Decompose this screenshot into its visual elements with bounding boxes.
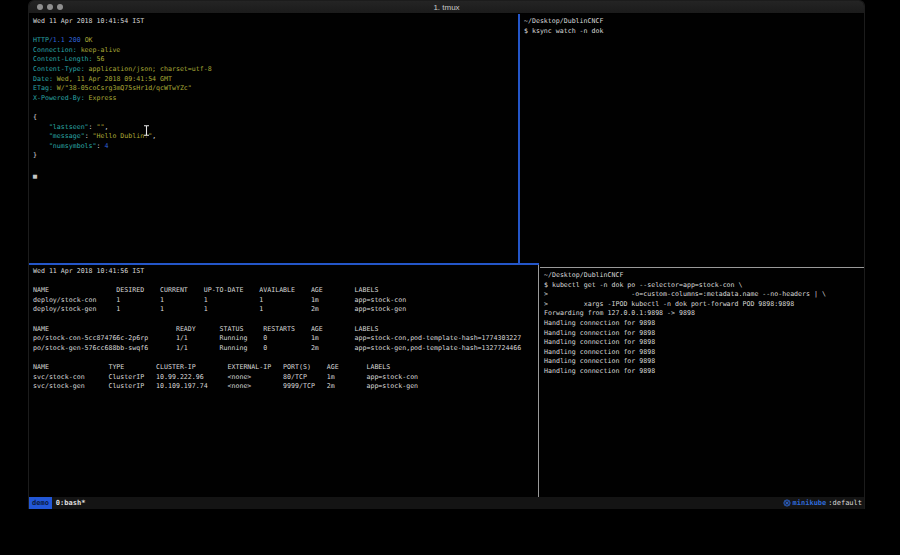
kube-namespace-label: :default xyxy=(828,497,862,509)
pane-divider-vertical[interactable] xyxy=(538,265,539,498)
terminal-line xyxy=(33,103,518,113)
pane-http-response[interactable]: Wed 11 Apr 2018 10:41:54 IST HTTP/1.1 20… xyxy=(29,14,518,263)
terminal-line: ~/Desktop/DublinCNCF xyxy=(524,17,865,27)
terminal-line: svc/stock-gen ClusterIP 10.109.197.74 <n… xyxy=(33,382,537,392)
terminal-line: Handling connection for 9898 xyxy=(544,329,865,339)
terminal-line: > xargs -IPOD kubectl -n dok port-forwar… xyxy=(544,300,865,310)
terminal-line: Handling connection for 9898 xyxy=(544,319,865,329)
window-title: 1. tmux xyxy=(29,3,864,12)
tmux-area: Wed 11 Apr 2018 10:41:54 IST HTTP/1.1 20… xyxy=(29,14,864,497)
terminal-line: NAME TYPE CLUSTER-IP EXTERNAL-IP PORT(S)… xyxy=(33,363,537,373)
terminal-line: Handling connection for 9898 xyxy=(544,348,865,358)
terminal-line: Content-Length: 56 xyxy=(33,55,518,65)
active-pane-border-vertical[interactable] xyxy=(518,14,520,264)
pane-divider-horizontal[interactable] xyxy=(540,267,865,268)
tmux-status-bar: demo 0:bash* minikube:default xyxy=(29,497,864,509)
terminal-line: Date: Wed, 11 Apr 2018 09:41:54 GMT xyxy=(33,75,518,85)
terminal-line: ~/Desktop/DublinCNCF xyxy=(544,271,865,281)
terminal-line xyxy=(33,315,537,325)
terminal-line: Content-Type: application/json; charset=… xyxy=(33,65,518,75)
terminal-line: po/stock-gen-576cc688bb-swqf6 1/1 Runnin… xyxy=(33,344,537,354)
terminal-line: ETag: W/"38-05coCsrg3mQ75sHr1d/qcWTwYZc" xyxy=(33,84,518,94)
terminal-line: NAME DESIRED CURRENT UP-TO-DATE AVAILABL… xyxy=(33,286,537,296)
terminal-line: po/stock-con-5cc874766c-2p6rp 1/1 Runnin… xyxy=(33,334,537,344)
kube-context-label: minikube xyxy=(793,497,827,509)
terminal-line: $ ksync watch -n dok xyxy=(524,27,865,37)
tmux-window-label[interactable]: 0:bash* xyxy=(52,497,86,509)
terminal-line xyxy=(33,161,518,171)
kubernetes-wheel-icon xyxy=(783,499,791,507)
terminal-line: deploy/stock-con 1 1 1 1 1m app=stock-co… xyxy=(33,296,537,306)
terminal-line: Handling connection for 9898 xyxy=(544,357,865,367)
terminal-line: deploy/stock-gen 1 1 1 1 2m app=stock-ge… xyxy=(33,305,537,315)
screen: 1. tmux Wed 11 Apr 2018 10:41:54 IST HTT… xyxy=(0,0,900,555)
terminal-line: svc/stock-con ClusterIP 10.99.222.96 <no… xyxy=(33,373,537,383)
terminal-line: NAME READY STATUS RESTARTS AGE LABELS xyxy=(33,325,537,335)
terminal-line: Forwarding from 127.0.0.1:9898 -> 9898 xyxy=(544,309,865,319)
terminal-line: "message": "Hello Dublin!", xyxy=(33,132,518,142)
window-titlebar[interactable]: 1. tmux xyxy=(29,1,864,14)
terminal-line xyxy=(33,353,537,363)
status-right: minikube:default xyxy=(783,497,864,509)
terminal-line: Wed 11 Apr 2018 10:41:54 IST xyxy=(33,17,518,27)
terminal-line: "lastseen": "", xyxy=(33,123,518,133)
terminal-line: > -o=custom-columns=:metadata.name --no-… xyxy=(544,290,865,300)
pane-kubectl-get[interactable]: Wed 11 Apr 2018 10:41:56 IST NAME DESIRE… xyxy=(29,264,537,498)
session-name-badge: demo xyxy=(29,497,52,509)
terminal-line: X-Powered-By: Express xyxy=(33,94,518,104)
terminal-line: HTTP/1.1 200 OK xyxy=(33,36,518,46)
terminal-line: Handling connection for 9898 xyxy=(544,367,865,377)
terminal-line: Handling connection for 9898 xyxy=(544,338,865,348)
mouse-ibeam-cursor xyxy=(143,125,150,136)
active-pane-border-horizontal[interactable] xyxy=(29,263,539,265)
pane-port-forward[interactable]: ~/Desktop/DublinCNCF$ kubectl get -n dok… xyxy=(540,268,865,498)
terminal-line: "numsymbols": 4 xyxy=(33,142,518,152)
terminal-window: 1. tmux Wed 11 Apr 2018 10:41:54 IST HTT… xyxy=(28,0,865,509)
terminal-line: ▄ xyxy=(33,171,518,181)
terminal-line: { xyxy=(33,113,518,123)
terminal-line xyxy=(33,277,537,287)
terminal-line: Connection: keep-alive xyxy=(33,46,518,56)
terminal-line: } xyxy=(33,151,518,161)
terminal-line: $ kubectl get -n dok po --selector=app=s… xyxy=(544,281,865,291)
terminal-line: Wed 11 Apr 2018 10:41:56 IST xyxy=(33,267,537,277)
terminal-line xyxy=(33,27,518,37)
status-left: demo 0:bash* xyxy=(29,497,85,509)
pane-ksync-watch[interactable]: ~/Desktop/DublinCNCF$ ksync watch -n dok xyxy=(520,14,865,267)
